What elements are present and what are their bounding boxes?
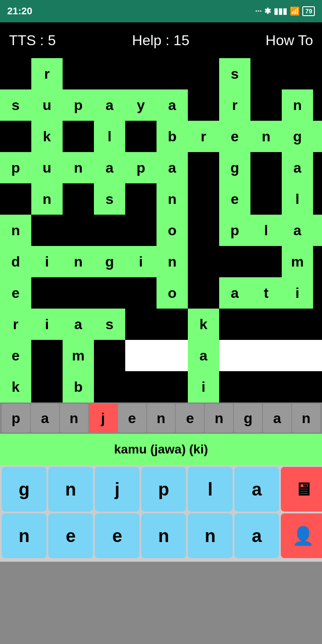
- cell-4-3[interactable]: s: [94, 183, 125, 215]
- cell-1-9[interactable]: n: [282, 89, 313, 121]
- cell-0-1[interactable]: r: [31, 58, 63, 89]
- key-n2[interactable]: n: [2, 513, 47, 558]
- cell-9-0[interactable]: e: [0, 340, 31, 371]
- cell-2-10[interactable]: o: [313, 121, 322, 152]
- cell-8-3[interactable]: s: [94, 309, 125, 340]
- cell-1-3[interactable]: a: [94, 89, 125, 121]
- cell-0-7[interactable]: s: [219, 58, 250, 89]
- keyboard-row-1: g n j p l a 🖥 ⌫: [2, 467, 320, 512]
- cell-7-7[interactable]: a: [219, 277, 250, 309]
- input-cell-e[interactable]: e: [118, 404, 146, 432]
- cell-3-5[interactable]: a: [157, 152, 188, 183]
- cell-9-9[interactable]: [282, 340, 313, 371]
- input-cell-e2[interactable]: e: [176, 404, 204, 432]
- cell-4-5[interactable]: n: [157, 183, 188, 215]
- cell-9-2[interactable]: m: [63, 340, 94, 371]
- cell-8-0[interactable]: r: [0, 309, 31, 340]
- cell-2-6[interactable]: r: [188, 121, 219, 152]
- input-cell-j[interactable]: j: [89, 404, 117, 432]
- cell-1-4[interactable]: y: [125, 89, 157, 121]
- cell-4-7[interactable]: e: [219, 183, 250, 215]
- key-a2[interactable]: a: [234, 513, 279, 558]
- cell-3-7[interactable]: g: [219, 152, 250, 183]
- input-cell-n4[interactable]: n: [292, 404, 320, 432]
- key-l[interactable]: l: [188, 467, 233, 512]
- cell-5-9[interactable]: a: [282, 215, 313, 246]
- cell-7-0[interactable]: e: [0, 277, 31, 309]
- cell-9-6[interactable]: a: [188, 340, 219, 371]
- cell-5-7[interactable]: p: [219, 215, 250, 246]
- cell-7-8[interactable]: t: [250, 277, 282, 309]
- cell-1-7[interactable]: r: [219, 89, 250, 121]
- cell-8-2[interactable]: a: [63, 309, 94, 340]
- cell-6-2[interactable]: n: [63, 246, 94, 277]
- cell-9-10[interactable]: [313, 340, 322, 371]
- cell-5-10[interactable]: n: [313, 215, 322, 246]
- person-key[interactable]: 👤: [281, 513, 322, 558]
- cell-3-6: [188, 152, 219, 183]
- cell-2-5[interactable]: b: [157, 121, 188, 152]
- cell-4-10: [313, 183, 322, 215]
- cell-4-9[interactable]: l: [282, 183, 313, 215]
- cell-3-2[interactable]: n: [63, 152, 94, 183]
- howto-label[interactable]: How To: [266, 32, 313, 49]
- cell-2-7[interactable]: e: [219, 121, 250, 152]
- key-a[interactable]: a: [234, 467, 279, 512]
- cell-9-4[interactable]: [125, 340, 157, 371]
- cell-6-3[interactable]: g: [94, 246, 125, 277]
- cell-3-0[interactable]: p: [0, 152, 31, 183]
- key-g[interactable]: g: [2, 467, 47, 512]
- cell-1-5[interactable]: a: [157, 89, 188, 121]
- cell-3-4[interactable]: p: [125, 152, 157, 183]
- input-cell-a[interactable]: a: [31, 404, 59, 432]
- cell-6-4[interactable]: i: [125, 246, 157, 277]
- cell-2-1[interactable]: k: [31, 121, 63, 152]
- cell-5-5[interactable]: o: [157, 215, 188, 246]
- cell-7-9[interactable]: i: [282, 277, 313, 309]
- cell-3-3[interactable]: a: [94, 152, 125, 183]
- input-cell-n2[interactable]: n: [147, 404, 175, 432]
- cell-9-8[interactable]: [250, 340, 282, 371]
- cell-8-4: [125, 309, 157, 340]
- cell-6-9[interactable]: m: [282, 246, 313, 277]
- cell-10-0[interactable]: k: [0, 371, 31, 402]
- key-e2[interactable]: e: [95, 513, 140, 558]
- cell-8-1[interactable]: i: [31, 309, 63, 340]
- keyboard-row-2: n e e n n a 👤 ?: [2, 513, 320, 558]
- cell-7-5[interactable]: o: [157, 277, 188, 309]
- cell-1-1[interactable]: u: [31, 89, 63, 121]
- cell-6-0[interactable]: d: [0, 246, 31, 277]
- cell-1-2[interactable]: p: [63, 89, 94, 121]
- cell-10-6[interactable]: i: [188, 371, 219, 402]
- cell-1-0[interactable]: s: [0, 89, 31, 121]
- cell-10-2[interactable]: b: [63, 371, 94, 402]
- cell-9-5[interactable]: [157, 340, 188, 371]
- monitor-key[interactable]: 🖥: [281, 467, 322, 512]
- cell-2-8[interactable]: n: [250, 121, 282, 152]
- key-n[interactable]: n: [48, 467, 93, 512]
- input-cell-n3[interactable]: n: [205, 404, 233, 432]
- key-n4[interactable]: n: [188, 513, 233, 558]
- cell-6-1[interactable]: i: [31, 246, 63, 277]
- cell-3-1[interactable]: u: [31, 152, 63, 183]
- key-e[interactable]: e: [48, 513, 93, 558]
- cell-4-1[interactable]: n: [31, 183, 63, 215]
- input-cell-p[interactable]: p: [2, 404, 30, 432]
- grid-row-6: d i n g i n m s: [0, 246, 322, 277]
- cell-2-9[interactable]: g: [282, 121, 313, 152]
- help-label[interactable]: Help : 15: [132, 32, 189, 49]
- cell-8-6[interactable]: k: [188, 309, 219, 340]
- key-j[interactable]: j: [95, 467, 140, 512]
- cell-5-0[interactable]: n: [0, 215, 31, 246]
- input-cell-n[interactable]: n: [60, 404, 88, 432]
- cell-6-5[interactable]: n: [157, 246, 188, 277]
- key-p[interactable]: p: [141, 467, 186, 512]
- input-cell-g[interactable]: g: [234, 404, 262, 432]
- tts-label[interactable]: TTS : 5: [9, 32, 56, 49]
- cell-2-3[interactable]: l: [94, 121, 125, 152]
- cell-9-7[interactable]: [219, 340, 250, 371]
- input-cell-a2[interactable]: a: [263, 404, 291, 432]
- cell-3-9[interactable]: a: [282, 152, 313, 183]
- key-n3[interactable]: n: [141, 513, 186, 558]
- cell-5-8[interactable]: l: [250, 215, 282, 246]
